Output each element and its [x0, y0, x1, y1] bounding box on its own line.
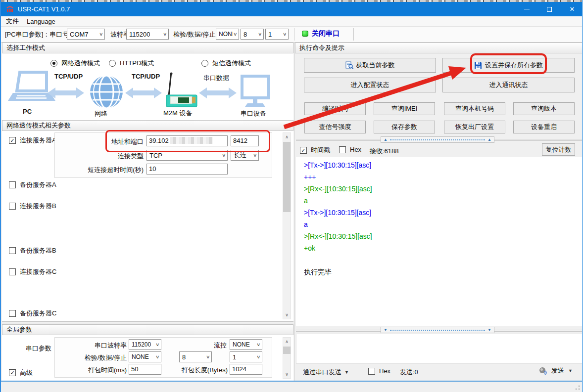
- short-conn-timeout-input[interactable]: 10: [146, 164, 228, 174]
- radio-icon: [50, 60, 57, 67]
- checkbox-backup-server-a[interactable]: 备份服务器A: [9, 180, 56, 189]
- short-conn-timeout-label: 短连接超时时间(秒): [63, 166, 144, 174]
- checkbox-icon: [9, 181, 16, 188]
- checkbox-advanced[interactable]: ✓高级: [9, 368, 33, 377]
- query-version-button[interactable]: 查询版本: [513, 102, 575, 115]
- query-imei-button[interactable]: 查询IMEI: [374, 102, 435, 115]
- addr-port-label: 地址和端口: [84, 137, 144, 146]
- send-button[interactable]: 发送 ▼: [538, 366, 573, 375]
- factory-reset-button[interactable]: 恢复出厂设置: [444, 121, 505, 133]
- checkbox-hex-recv[interactable]: Hex: [339, 146, 361, 153]
- compile-time-button[interactable]: 编译时间: [304, 102, 366, 115]
- doc-magnifier-icon: [345, 61, 353, 69]
- checkbox-icon: [9, 310, 16, 317]
- conn-type-select[interactable]: TCP∨: [146, 150, 228, 161]
- serial-params-label: 串口参数: [26, 344, 51, 353]
- double-arrow-icon: [125, 87, 162, 98]
- splitter-line[interactable]: [2, 323, 293, 323]
- global-params-scrollbar[interactable]: ∧ ∨: [283, 337, 291, 379]
- double-arrow-icon: [48, 87, 84, 98]
- chevron-down-icon: ∨: [283, 32, 287, 37]
- g-packtime-input[interactable]: 50: [129, 364, 161, 375]
- sent-counter: 发送:0: [400, 368, 418, 377]
- chevron-down-icon: ∨: [155, 342, 160, 347]
- link-label: TCP/UDP: [54, 73, 83, 80]
- section-header-net-params: 网络透传模式相关参数: [2, 120, 293, 131]
- status-bar: [1, 382, 583, 392]
- scroll-down-icon[interactable]: ∨: [283, 370, 291, 378]
- checkbox-timestamp[interactable]: ✓时间戳: [300, 146, 330, 155]
- radio-net-transparent-mode[interactable]: 网络透传模式: [50, 59, 100, 68]
- node-label-pc: PC: [23, 108, 32, 115]
- save-params-button[interactable]: 保存参数: [374, 121, 435, 133]
- server-address-input[interactable]: 39.102: [146, 135, 228, 146]
- close-port-button[interactable]: 关闭串口: [302, 29, 340, 38]
- set-save-all-params-button[interactable]: 设置并保存所有参数: [442, 58, 575, 73]
- query-local-number-button[interactable]: 查询本机号码: [444, 102, 505, 115]
- server-port-input[interactable]: 8412: [231, 135, 259, 146]
- send-input-area[interactable]: [296, 334, 583, 364]
- minimize-button[interactable]: [515, 2, 538, 16]
- send-via-serial-dropdown[interactable]: 通过串口发送▼: [303, 368, 349, 377]
- scrollbar-thumb[interactable]: [283, 142, 291, 212]
- checkbox-backup-server-b[interactable]: 备份服务器B: [9, 246, 56, 255]
- menu-language[interactable]: Language: [27, 18, 55, 25]
- log-splitter-handle[interactable]: ▲ ▲: [381, 136, 494, 143]
- menu-file[interactable]: 文件: [6, 17, 19, 26]
- scroll-down-icon[interactable]: ∨: [283, 311, 291, 319]
- stopbits-select[interactable]: 1∨: [265, 29, 289, 40]
- collapse-up-icon: ▲: [487, 138, 491, 142]
- panel-divider[interactable]: [294, 43, 294, 381]
- reset-counter-button[interactable]: 复位计数: [542, 143, 575, 156]
- chevron-down-icon: ∨: [256, 342, 261, 347]
- conn-mode-select[interactable]: 长连∨: [231, 150, 259, 161]
- node-label-network: 网络: [95, 109, 107, 118]
- section-header-commands: 执行命令及提示: [295, 43, 583, 53]
- checkbox-icon: [339, 146, 346, 153]
- checkbox-connect-server-c[interactable]: 连接服务器C: [9, 267, 56, 276]
- enter-comm-state-button[interactable]: 进入通讯状态: [442, 78, 575, 92]
- g-databits-select[interactable]: 8∨: [179, 351, 212, 362]
- send-splitter-handle[interactable]: ▼ ▼: [381, 327, 494, 333]
- checkbox-icon: [9, 247, 16, 254]
- chevron-down-icon: ▼: [568, 368, 573, 373]
- radio-sms-mode[interactable]: 短信透传模式: [201, 59, 251, 68]
- g-flow-select[interactable]: NONE∨: [230, 339, 262, 350]
- scrollbar-thumb[interactable]: [283, 347, 291, 354]
- checkbox-connect-server-b[interactable]: 连接服务器B: [9, 202, 56, 211]
- g-baud-select[interactable]: 115200∨: [129, 339, 161, 350]
- radio-httpd-mode[interactable]: HTTPD模式: [109, 59, 154, 68]
- parity-select[interactable]: NONI∨: [216, 29, 239, 40]
- enter-config-state-button[interactable]: 进入配置状态: [304, 78, 436, 92]
- server-list-scrollbar[interactable]: ∧ ∨: [283, 132, 291, 319]
- g-parity-select[interactable]: NONE∨: [129, 351, 161, 362]
- query-signal-button[interactable]: 查信号强度: [304, 121, 366, 133]
- toolbar-separator: [353, 28, 354, 41]
- scroll-up-icon[interactable]: ∧: [283, 338, 291, 346]
- resize-grip[interactable]: [575, 385, 580, 390]
- recv-counter: 接收:6188: [370, 147, 399, 156]
- checkbox-connect-server-a[interactable]: ✓连接服务器A: [9, 136, 56, 145]
- databits-select[interactable]: 8∨: [241, 29, 264, 40]
- device-restart-button[interactable]: 设备重启: [513, 121, 575, 133]
- baud-select[interactable]: 115200∨: [126, 29, 169, 40]
- com-port-select[interactable]: COM7∨: [67, 29, 105, 40]
- chevron-down-icon: ∨: [206, 354, 210, 359]
- log-line: +++: [304, 171, 372, 183]
- g-stopbits-select[interactable]: 1∨: [230, 351, 262, 362]
- link-label: 串口数据: [203, 74, 229, 83]
- collapse-up-icon: ▲: [384, 138, 388, 142]
- app-logo-icon: [6, 5, 14, 13]
- splitter-line[interactable]: [2, 321, 293, 322]
- scroll-up-icon[interactable]: ∧: [283, 133, 291, 141]
- close-button[interactable]: ✕: [561, 2, 583, 16]
- checkbox-icon: ✓: [300, 147, 307, 154]
- g-packlen-input[interactable]: 1024: [230, 364, 262, 375]
- checkbox-backup-server-c[interactable]: 备份服务器C: [9, 309, 56, 318]
- log-line: a: [304, 195, 372, 207]
- double-arrow-icon: [199, 87, 237, 98]
- get-current-params-button[interactable]: 获取当前参数: [304, 58, 436, 73]
- window-title: USR-CAT1 V1.0.7: [18, 5, 70, 13]
- checkbox-hex-send[interactable]: Hex: [368, 367, 390, 375]
- maximize-button[interactable]: [538, 2, 561, 16]
